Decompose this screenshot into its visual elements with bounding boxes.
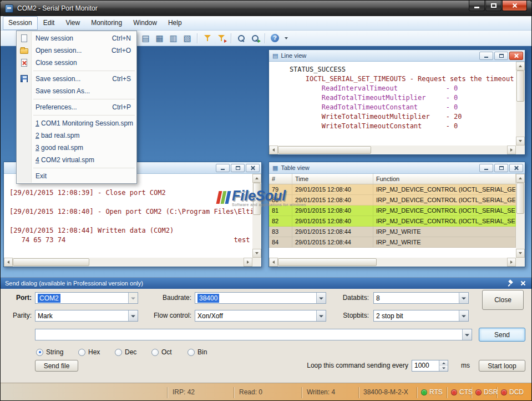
spinner-down-button[interactable] bbox=[439, 366, 448, 372]
help-dropdown-arrow[interactable] bbox=[282, 32, 290, 44]
menu-item-new-session[interactable]: New session Ctrl+N bbox=[17, 32, 136, 44]
scrollbar-thumb[interactable] bbox=[516, 71, 524, 102]
menu-item-recent-3[interactable]: 3 good real.spm bbox=[17, 142, 136, 154]
menu-help[interactable]: Help bbox=[163, 16, 188, 30]
scrollbar-track[interactable] bbox=[252, 215, 261, 249]
help-icon[interactable]: ? bbox=[268, 32, 281, 44]
find-next-icon[interactable] bbox=[249, 32, 261, 44]
console-minimize-button[interactable] bbox=[216, 164, 230, 172]
scroll-right-button[interactable] bbox=[507, 258, 516, 267]
radio-string[interactable]: String bbox=[36, 348, 63, 356]
stopbits-dropdown-button[interactable] bbox=[459, 310, 468, 321]
close-send-button[interactable]: Close bbox=[482, 290, 524, 310]
port-combobox[interactable]: COM2 bbox=[35, 292, 138, 304]
scrollbar-thumb[interactable] bbox=[278, 146, 371, 154]
command-combobox[interactable] bbox=[35, 329, 472, 340]
send-button[interactable]: Send bbox=[479, 328, 525, 342]
table-row[interactable]: 83 29/01/2015 12:08:44 IRP_MJ_WRITE bbox=[269, 227, 516, 237]
menu-item-recent-4[interactable]: 4 COM2 virtual.spm bbox=[17, 154, 136, 166]
parity-combobox[interactable]: Mark bbox=[35, 310, 138, 322]
line-view-maximize-button[interactable] bbox=[494, 52, 508, 60]
radio-bin[interactable]: Bin bbox=[188, 348, 207, 356]
baudrate-dropdown-button[interactable] bbox=[316, 293, 326, 303]
vertical-scrollbar[interactable] bbox=[516, 62, 525, 146]
scroll-right-button[interactable] bbox=[244, 258, 252, 267]
start-loop-button[interactable]: Start loop bbox=[479, 360, 525, 372]
scrollbar-track[interactable] bbox=[371, 146, 507, 154]
menu-item-save-session[interactable]: Save session... Ctrl+S bbox=[17, 73, 136, 85]
horizontal-scrollbar[interactable] bbox=[269, 258, 516, 267]
send-file-button[interactable]: Send file bbox=[35, 360, 78, 372]
close-button[interactable] bbox=[502, 1, 527, 11]
scroll-left-button[interactable] bbox=[269, 258, 278, 267]
command-value[interactable] bbox=[36, 329, 462, 340]
horizontal-scrollbar[interactable] bbox=[269, 146, 516, 154]
vertical-scrollbar[interactable] bbox=[516, 174, 525, 258]
send-dialog-header[interactable]: Send dialog (available in Professional v… bbox=[1, 278, 531, 289]
menu-item-recent-2[interactable]: 2 bad real.spm bbox=[17, 129, 136, 142]
line-view-titlebar[interactable]: ▤ Line view bbox=[269, 50, 525, 62]
table-row[interactable]: 82 29/01/2015 12:08:40 IRP_MJ_DEVICE_CON… bbox=[269, 216, 516, 227]
command-dropdown-button[interactable] bbox=[462, 329, 472, 340]
scrollbar-track[interactable] bbox=[516, 214, 525, 249]
scrollbar-track[interactable] bbox=[89, 258, 244, 267]
table-view-titlebar[interactable]: ▦ Table view bbox=[269, 162, 525, 174]
scroll-down-button[interactable] bbox=[516, 137, 525, 146]
line-view-close-button[interactable] bbox=[509, 52, 523, 60]
databits-combobox[interactable]: 8 bbox=[373, 292, 469, 304]
console-maximize-button[interactable] bbox=[231, 164, 245, 172]
line-view-minimize-button[interactable] bbox=[479, 52, 493, 60]
minimize-button[interactable] bbox=[469, 1, 485, 11]
table-row[interactable]: 84 29/01/2015 12:08:44 IRP_MJ_WRITE bbox=[269, 237, 516, 248]
baudrate-combobox[interactable]: 38400 bbox=[195, 292, 326, 304]
table-view-icon[interactable]: ▦ bbox=[153, 32, 166, 44]
databits-dropdown-button[interactable] bbox=[459, 293, 468, 303]
column-header-time[interactable]: Time bbox=[292, 174, 373, 184]
column-header-function[interactable]: Function bbox=[373, 174, 516, 184]
menu-view[interactable]: View bbox=[60, 16, 85, 30]
scroll-left-button[interactable] bbox=[4, 258, 13, 267]
menu-item-close-session[interactable]: Close session bbox=[17, 57, 136, 69]
scroll-right-button[interactable] bbox=[507, 146, 516, 154]
menu-item-save-session-as[interactable]: Save session As... bbox=[17, 85, 136, 97]
menu-session[interactable]: Session bbox=[3, 16, 38, 30]
console-close-button[interactable] bbox=[246, 164, 260, 172]
menu-window[interactable]: Window bbox=[128, 16, 163, 30]
filter-icon[interactable] bbox=[201, 32, 214, 44]
menu-item-exit[interactable]: Exit bbox=[17, 170, 136, 182]
spinner-up-button[interactable] bbox=[439, 360, 448, 366]
parity-dropdown-button[interactable] bbox=[128, 310, 138, 321]
pin-icon[interactable] bbox=[507, 279, 515, 287]
filter-apply-icon[interactable] bbox=[215, 32, 227, 44]
scrollbar-thumb[interactable] bbox=[516, 183, 524, 214]
scrollbar-thumb[interactable] bbox=[278, 258, 377, 266]
menu-item-open-session[interactable]: Open session... Ctrl+O bbox=[17, 44, 136, 57]
line-view-icon[interactable]: ▤ bbox=[139, 32, 152, 44]
menu-item-preferences[interactable]: Preferences... Ctrl+P bbox=[17, 101, 136, 113]
scrollbar-thumb[interactable] bbox=[13, 258, 89, 266]
flow-control-dropdown-button[interactable] bbox=[316, 310, 326, 321]
scrollbar-track[interactable] bbox=[516, 102, 525, 137]
radio-oct[interactable]: Oct bbox=[151, 348, 172, 356]
scroll-up-button[interactable] bbox=[252, 174, 261, 183]
horizontal-scrollbar[interactable] bbox=[4, 258, 252, 267]
terminal-view-icon[interactable]: ▧ bbox=[181, 32, 194, 44]
title-bar[interactable]: COM2 - Serial Port Monitor bbox=[1, 1, 531, 16]
scroll-left-button[interactable] bbox=[269, 146, 278, 154]
dump-view-icon[interactable]: ▥ bbox=[167, 32, 180, 44]
port-dropdown-button[interactable] bbox=[128, 293, 138, 303]
loop-interval-value[interactable]: 1000 bbox=[412, 360, 439, 371]
radio-dec[interactable]: Dec bbox=[115, 348, 136, 356]
column-header-num[interactable]: # bbox=[269, 174, 292, 184]
table-view-maximize-button[interactable] bbox=[494, 164, 508, 172]
radio-hex[interactable]: Hex bbox=[78, 348, 100, 356]
menu-monitoring[interactable]: Monitoring bbox=[85, 16, 128, 30]
scroll-up-button[interactable] bbox=[516, 174, 525, 183]
find-icon[interactable] bbox=[235, 32, 247, 44]
stopbits-combobox[interactable]: 2 stop bit bbox=[373, 310, 469, 322]
table-row[interactable]: 81 29/01/2015 12:08:40 IRP_MJ_DEVICE_CON… bbox=[269, 205, 516, 216]
loop-interval-spinner[interactable]: 1000 bbox=[412, 360, 448, 372]
scroll-down-button[interactable] bbox=[252, 249, 261, 258]
scroll-down-button[interactable] bbox=[516, 249, 525, 258]
table-view-minimize-button[interactable] bbox=[479, 164, 493, 172]
